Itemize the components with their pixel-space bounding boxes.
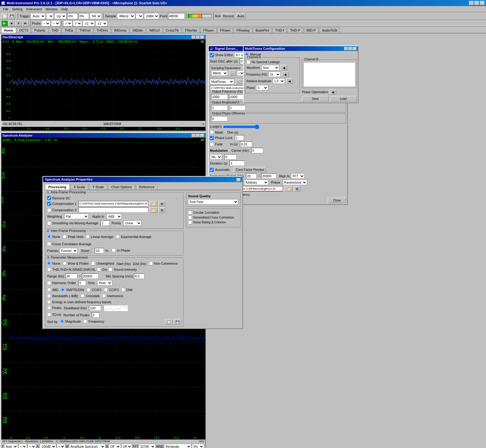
noise-rating-checkbox[interactable]: [188, 220, 192, 224]
sig-sample-rate[interactable]: 48kHz: [211, 70, 228, 76]
direction-select[interactable]: Up: [54, 13, 67, 19]
minimize-button[interactable]: _: [469, 1, 474, 5]
mt-close[interactable]: ✕: [353, 47, 357, 50]
sort-frequency-radio[interactable]: [83, 319, 87, 323]
comp2-calc[interactable]: ⊞: [159, 207, 165, 213]
tab-bodeplot[interactable]: BodePlot: [253, 28, 272, 33]
load-btn[interactable]: Load: [330, 96, 357, 101]
harmonics-radio[interactable]: [102, 294, 106, 298]
apply-to-select[interactable]: A&B: [107, 214, 122, 219]
v2-select[interactable]: ±1V: [95, 20, 108, 26]
ac2-select[interactable]: AC: [73, 20, 82, 26]
tab-imddin[interactable]: IMDdin: [130, 28, 146, 33]
rel-amp-arrow-btn[interactable]: ◀: [286, 78, 293, 84]
freq-select[interactable]: 1k: [269, 72, 281, 77]
pct2-input[interactable]: [78, 13, 89, 19]
freq-max-input[interactable]: [261, 173, 276, 179]
file-open-btn[interactable]: ⊞: [294, 186, 300, 192]
icon-btn1[interactable]: 📋: [165, 319, 173, 324]
circular-corr-checkbox[interactable]: [188, 211, 192, 215]
pct-select[interactable]: 0%: [192, 444, 204, 448]
stop-icon[interactable]: ■: [8, 20, 15, 26]
tab-x-scale[interactable]: X Scale: [70, 184, 88, 190]
channel-select2[interactable]: A: [136, 13, 143, 19]
close-button[interactable]: ✕: [480, 1, 485, 5]
linear-select[interactable]: Linear: [123, 220, 142, 226]
phase-resp-select[interactable]: Randomized: [283, 180, 307, 185]
tdn-radio[interactable]: [47, 313, 51, 317]
osc-canvas[interactable]: 1 0.8 0.6 0.4 0.2 0 -0.2 -0.4 -0.6 -0.8 …: [1, 44, 205, 121]
freq-min-input[interactable]: [246, 173, 257, 179]
file-browse-btn[interactable]: 📁: [285, 186, 293, 192]
waveform-select[interactable]: Sine: [261, 65, 279, 70]
bit-depth-select[interactable]: 24Bit: [144, 13, 159, 19]
multitones-select[interactable]: MultiTones: [210, 79, 234, 84]
unweighted-checkbox[interactable]: [91, 261, 95, 265]
amp2-input[interactable]: [229, 105, 246, 110]
phase-select[interactable]: 0: [256, 85, 268, 90]
tab-frswlog[interactable]: FRswlog: [234, 28, 252, 33]
probe1-select[interactable]: ×1: [41, 20, 50, 26]
tab-thda[interactable]: THDa: [62, 28, 76, 33]
comp1-calc[interactable]: ⊞: [159, 201, 165, 206]
peaks-radio[interactable]: [47, 306, 51, 310]
menu-help[interactable]: Help: [59, 7, 70, 12]
num-peaks-input[interactable]: [92, 312, 99, 318]
phase-diff-input[interactable]: [211, 116, 228, 121]
range-min-input[interactable]: [65, 273, 77, 279]
tab-imdccf[interactable]: IMDccf: [146, 28, 162, 33]
tab-reference[interactable]: Reference: [136, 184, 158, 190]
sound-int-checkbox[interactable]: [108, 267, 112, 271]
sample-rate-select[interactable]: 48kHz: [117, 13, 135, 19]
tab-thdf[interactable]: THD-f: [272, 28, 287, 33]
non-coherence-checkbox[interactable]: [149, 261, 153, 265]
gm-checkbox[interactable]: [97, 267, 101, 271]
range-max-input[interactable]: [82, 273, 99, 279]
duration-input[interactable]: [230, 161, 245, 166]
remove-dc-checkbox[interactable]: [47, 196, 51, 200]
reset-btn[interactable]: Reset: [79, 248, 91, 253]
tab-home[interactable]: Home: [1, 28, 16, 33]
point-input[interactable]: [168, 13, 185, 19]
tab-imdp[interactable]: IMD-P: [304, 28, 319, 33]
spec-minimize[interactable]: _: [192, 134, 196, 137]
deadband-input[interactable]: [89, 305, 101, 311]
points-input[interactable]: [101, 220, 110, 226]
tab-y-scale[interactable]: Y Scale: [89, 184, 107, 190]
phase-lock-input[interactable]: [235, 135, 244, 141]
osc-maximize[interactable]: □: [196, 36, 200, 39]
phase-opt-arrow[interactable]: ◀: [330, 89, 336, 95]
sampling-config-btn[interactable]: ...: [229, 70, 236, 76]
align-select[interactable]: FFT: [291, 173, 305, 179]
crosstalk-radio[interactable]: [80, 294, 84, 298]
cross-corr-checkbox[interactable]: [47, 242, 51, 246]
pause-icon[interactable]: ⏸: [15, 20, 22, 26]
close-button[interactable]: Close: [328, 198, 346, 203]
pct1-input[interactable]: [67, 13, 78, 19]
freq1-input[interactable]: [211, 94, 228, 100]
gen-cross-checkbox[interactable]: [188, 216, 192, 219]
exp-avg-radio[interactable]: [116, 235, 120, 239]
harmonic-order-checkbox[interactable]: [47, 281, 51, 285]
in-phase-checkbox[interactable]: [112, 248, 116, 252]
tab-processing[interactable]: Processing: [45, 184, 70, 190]
linear-avg-radio[interactable]: [86, 235, 90, 239]
probe2-select[interactable]: ×1: [51, 20, 60, 26]
tab-thdres[interactable]: THDres: [94, 28, 111, 33]
comp2-path[interactable]: [78, 207, 148, 213]
record-button[interactable]: Record: [221, 13, 235, 19]
automatic-checkbox[interactable]: [210, 168, 214, 172]
channel-a-select[interactable]: A: [46, 13, 54, 19]
pct-input[interactable]: [95, 248, 104, 253]
tab-thdnsl[interactable]: THDnsl: [77, 28, 93, 33]
bandwidth-radio[interactable]: [47, 294, 51, 298]
amp1-input[interactable]: [211, 105, 228, 110]
mask-checkbox[interactable]: [210, 130, 214, 134]
imd-radio[interactable]: [47, 288, 51, 292]
wnd-select[interactable]: Rectangle: [164, 444, 191, 448]
smoothing-checkbox[interactable]: [47, 221, 51, 225]
pm-none-radio[interactable]: [47, 261, 51, 265]
play-icon[interactable]: ▶: [1, 20, 8, 26]
freq-arrow-btn[interactable]: ◀: [282, 72, 289, 77]
sort-magnitude-radio[interactable]: [60, 319, 64, 323]
